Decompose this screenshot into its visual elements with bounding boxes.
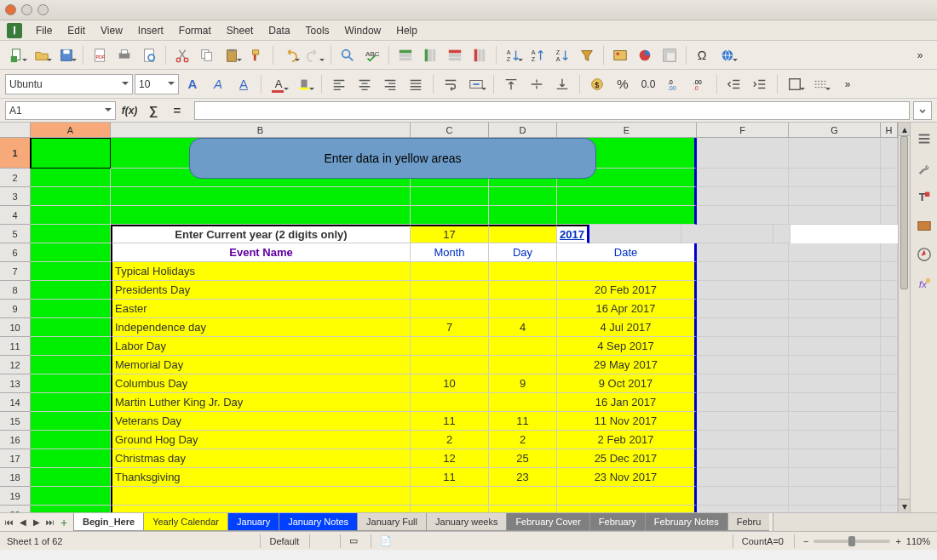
event-name-cell[interactable]: Martin Luther King Jr. Day bbox=[111, 393, 411, 412]
menu-view[interactable]: View bbox=[94, 23, 129, 38]
event-name-cell[interactable]: Labor Day bbox=[111, 337, 411, 356]
callout-shape[interactable]: Enter data in yellow areas bbox=[189, 138, 596, 179]
row-header[interactable]: 17 bbox=[0, 449, 31, 468]
event-month-cell[interactable]: 12 bbox=[411, 449, 489, 468]
align-middle-button[interactable] bbox=[525, 72, 549, 96]
sort-asc-button[interactable]: AZ bbox=[501, 43, 525, 67]
insert-row-button[interactable] bbox=[394, 43, 417, 67]
cut-button[interactable] bbox=[170, 43, 194, 67]
clone-format-button[interactable] bbox=[244, 43, 268, 67]
font-size-combo[interactable]: 10 bbox=[135, 74, 179, 94]
row-header[interactable]: 3 bbox=[0, 187, 31, 206]
sheet-tab[interactable]: January Full bbox=[357, 513, 427, 531]
row-header[interactable]: 6 bbox=[0, 243, 31, 262]
status-signature[interactable]: 📄 bbox=[371, 534, 391, 548]
event-day-cell[interactable] bbox=[489, 393, 557, 412]
sum-button[interactable]: ∑ bbox=[143, 101, 164, 120]
sidebar-styles-icon[interactable]: T bbox=[913, 186, 935, 208]
zoom-level[interactable]: 110% bbox=[906, 536, 930, 546]
align-bottom-button[interactable] bbox=[550, 72, 574, 96]
event-day-cell[interactable]: 25 bbox=[489, 449, 557, 468]
sidebar-wrench-icon[interactable] bbox=[913, 157, 935, 179]
event-month-cell[interactable] bbox=[411, 393, 489, 412]
function-wizard-button[interactable]: f(x) bbox=[119, 101, 140, 120]
hyperlink-button[interactable] bbox=[716, 43, 739, 67]
font-name-combo[interactable]: Ubuntu bbox=[5, 74, 133, 94]
col-header-A[interactable]: A bbox=[31, 123, 111, 137]
cell-A1[interactable] bbox=[31, 138, 111, 169]
col-header-G[interactable]: G bbox=[789, 123, 881, 137]
col-header-D[interactable]: D bbox=[489, 123, 557, 137]
delete-col-button[interactable] bbox=[468, 43, 491, 67]
row-header[interactable]: 10 bbox=[0, 318, 31, 337]
row-header[interactable]: 1 bbox=[0, 138, 31, 169]
pdf-export-button[interactable]: PDF bbox=[88, 43, 112, 67]
event-name-cell[interactable]: Independence day bbox=[111, 318, 411, 337]
menu-tools[interactable]: Tools bbox=[299, 23, 336, 38]
font-color-button[interactable]: A bbox=[267, 72, 290, 96]
col-header-C[interactable]: C bbox=[411, 123, 489, 137]
paste-button[interactable] bbox=[220, 43, 244, 67]
row-header[interactable]: 8 bbox=[0, 281, 31, 300]
decrease-indent-button[interactable] bbox=[722, 72, 746, 96]
sheet-tab[interactable]: January Notes bbox=[279, 513, 358, 531]
menu-insert[interactable]: Insert bbox=[131, 23, 170, 38]
print-preview-button[interactable] bbox=[137, 43, 161, 67]
zoom-out-button[interactable]: − bbox=[803, 536, 808, 546]
print-button[interactable] bbox=[112, 43, 136, 67]
col-event-name[interactable]: Event Name bbox=[111, 243, 411, 262]
horizontal-scrollbar[interactable] bbox=[773, 513, 937, 531]
sheet-tab[interactable]: Yearly Calendar bbox=[143, 513, 228, 531]
event-name-cell[interactable]: Easter bbox=[111, 300, 411, 318]
sheet-tab[interactable]: February Notes bbox=[645, 513, 728, 531]
formula-input[interactable] bbox=[194, 101, 910, 120]
event-month-cell[interactable] bbox=[411, 337, 489, 356]
event-month-cell[interactable]: 7 bbox=[411, 318, 489, 337]
header-instruction[interactable]: Enter Current year (2 digits only) bbox=[111, 225, 411, 243]
bold-button[interactable]: A bbox=[181, 72, 204, 96]
zoom-slider[interactable] bbox=[813, 540, 890, 543]
insert-col-button[interactable] bbox=[418, 43, 442, 67]
delete-row-button[interactable] bbox=[443, 43, 467, 67]
align-right-button[interactable] bbox=[378, 72, 402, 96]
select-all-corner[interactable] bbox=[0, 123, 31, 137]
event-day-cell[interactable] bbox=[489, 281, 557, 300]
event-name-cell[interactable]: Memorial Day bbox=[111, 356, 411, 374]
event-month-cell[interactable] bbox=[411, 262, 489, 281]
event-date-cell[interactable]: 2 Feb 2017 bbox=[557, 431, 697, 449]
spellcheck-button[interactable]: ABC bbox=[360, 43, 384, 67]
tab-last-button[interactable]: ⏭ bbox=[44, 517, 56, 527]
event-month-cell[interactable]: 11 bbox=[411, 412, 489, 431]
new-doc-button[interactable] bbox=[5, 43, 29, 67]
sidebar-gallery-icon[interactable] bbox=[913, 214, 935, 237]
find-button[interactable] bbox=[336, 43, 359, 67]
merge-cells-button[interactable] bbox=[464, 72, 488, 96]
event-day-cell[interactable] bbox=[489, 300, 557, 318]
event-day-cell[interactable]: 11 bbox=[489, 412, 557, 431]
sheet-tab[interactable]: January weeks bbox=[426, 513, 507, 531]
align-left-button[interactable] bbox=[327, 72, 351, 96]
event-name-cell[interactable]: Veterans Day bbox=[111, 412, 411, 431]
event-month-cell[interactable] bbox=[411, 300, 489, 318]
percent-button[interactable]: % bbox=[611, 72, 635, 96]
window-maximize-button[interactable] bbox=[37, 4, 49, 15]
event-date-cell[interactable]: 29 May 2017 bbox=[557, 356, 697, 374]
toolbar-overflow-button[interactable]: » bbox=[908, 43, 932, 67]
col-month[interactable]: Month bbox=[411, 243, 489, 262]
add-decimal-button[interactable]: .0.00 bbox=[662, 72, 686, 96]
event-date-cell[interactable] bbox=[557, 262, 697, 281]
insert-image-button[interactable] bbox=[608, 43, 632, 67]
increase-indent-button[interactable] bbox=[748, 72, 772, 96]
scroll-thumb[interactable] bbox=[900, 136, 908, 289]
row-header[interactable]: 11 bbox=[0, 337, 31, 356]
event-day-cell[interactable] bbox=[489, 262, 557, 281]
event-name-cell[interactable]: Thanksgiving bbox=[111, 468, 411, 487]
redo-button[interactable] bbox=[302, 43, 326, 67]
event-date-cell[interactable]: 20 Feb 2017 bbox=[557, 281, 697, 300]
event-date-cell[interactable]: 11 Nov 2017 bbox=[557, 412, 697, 431]
input-year-2digit[interactable]: 17 bbox=[411, 225, 489, 243]
event-name-cell[interactable]: Christmas day bbox=[111, 449, 411, 468]
col-date[interactable]: Date bbox=[557, 243, 697, 262]
event-day-cell[interactable]: 2 bbox=[489, 431, 557, 449]
column-headers[interactable]: A B C D E F G H bbox=[0, 123, 898, 138]
